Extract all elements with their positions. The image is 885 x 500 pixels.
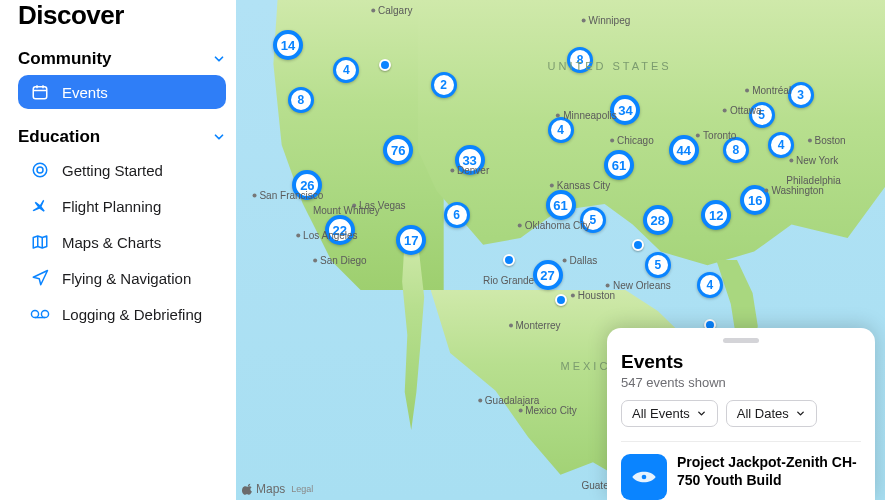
nav-item-getting-started[interactable]: Getting Started [18,153,226,187]
panel-title: Events [621,351,861,373]
map-cluster[interactable]: 28 [643,205,673,235]
map-area[interactable]: 1448283447633446184532622176615281216527… [236,0,885,500]
map-cluster[interactable]: 4 [697,272,723,298]
map-attribution: Maps Legal [242,482,313,496]
chevron-down-icon [212,52,226,66]
map-event-pin[interactable] [555,294,567,306]
map-city-label: New Orleans [606,280,671,291]
map-cluster[interactable]: 22 [325,215,355,245]
nav-label: Logging & Debriefing [62,306,202,323]
nav-arrow-icon [30,268,50,288]
map-cluster[interactable]: 16 [740,185,770,215]
airplane-icon [30,196,50,216]
svg-point-10 [31,310,38,317]
panel-subtitle: 547 events shown [621,375,861,390]
event-title: Project Jackpot-Zenith CH-750 Youth Buil… [677,454,861,489]
page-title: Discover [18,0,226,31]
svg-marker-6 [33,236,47,248]
map-fold-icon [30,232,50,252]
chevron-down-icon [795,408,806,419]
map-event-pin[interactable] [503,254,515,266]
map-event-pin[interactable] [379,59,391,71]
map-cluster[interactable]: 5 [645,252,671,278]
calendar-icon [30,82,50,102]
map-cluster[interactable]: 76 [383,135,413,165]
map-cluster[interactable]: 8 [723,137,749,163]
chip-label: All Dates [737,406,789,421]
map-event-pin[interactable] [632,239,644,251]
map-cluster[interactable]: 5 [580,207,606,233]
map-cluster[interactable]: 4 [333,57,359,83]
map-cluster[interactable]: 4 [768,132,794,158]
map-cluster[interactable]: 2 [431,72,457,98]
svg-rect-0 [33,87,47,99]
map-legal-link[interactable]: Legal [291,484,313,494]
section-label: Community [18,49,112,69]
map-cluster[interactable]: 8 [567,47,593,73]
nav-list-education: Getting Started Flight Planning Maps & C… [18,153,226,331]
chip-label: All Events [632,406,690,421]
section-label: Education [18,127,100,147]
map-cluster[interactable]: 61 [546,190,576,220]
nav-item-events[interactable]: Events [18,75,226,109]
nav-label: Events [62,84,108,101]
sidebar: Discover Community Events Education [0,0,236,500]
map-cluster[interactable]: 8 [288,87,314,113]
nav-label: Maps & Charts [62,234,161,251]
nav-item-logging-debriefing[interactable]: Logging & Debriefing [18,297,226,331]
svg-marker-9 [33,271,47,285]
panel-filters: All Events All Dates [621,400,861,427]
map-cluster[interactable]: 27 [533,260,563,290]
nav-label: Flying & Navigation [62,270,191,287]
svg-point-13 [642,475,647,480]
map-cluster[interactable]: 61 [604,150,634,180]
apple-icon [242,483,254,495]
map-cluster[interactable]: 6 [444,202,470,228]
map-cluster[interactable]: 12 [701,200,731,230]
map-city-label: Dallas [563,255,598,266]
svg-point-5 [37,167,43,173]
svg-point-11 [41,310,48,317]
filter-event-type[interactable]: All Events [621,400,718,427]
map-cluster[interactable]: 17 [396,225,426,255]
nav-list-community: Events [18,75,226,109]
nav-item-flying-navigation[interactable]: Flying & Navigation [18,261,226,295]
map-city-label: Rio Grande [483,275,534,286]
map-cluster[interactable]: 5 [749,102,775,128]
map-cluster[interactable]: 34 [610,95,640,125]
nav-item-flight-planning[interactable]: Flight Planning [18,189,226,223]
events-panel[interactable]: Events 547 events shown All Events All D… [607,328,875,500]
svg-point-4 [33,163,47,177]
event-card[interactable]: Project Jackpot-Zenith CH-750 Youth Buil… [621,441,861,500]
filter-dates[interactable]: All Dates [726,400,817,427]
reel-icon [30,304,50,324]
nav-item-maps-charts[interactable]: Maps & Charts [18,225,226,259]
chevron-down-icon [212,130,226,144]
nav-label: Flight Planning [62,198,161,215]
section-header-community[interactable]: Community [18,49,226,69]
section-header-education[interactable]: Education [18,127,226,147]
map-cluster[interactable]: 26 [292,170,322,200]
map-cluster[interactable]: 14 [273,30,303,60]
bullseye-icon [30,160,50,180]
chevron-down-icon [696,408,707,419]
map-cluster[interactable]: 33 [455,145,485,175]
map-land [418,0,885,340]
nav-label: Getting Started [62,162,163,179]
map-cluster[interactable]: 3 [788,82,814,108]
map-cluster[interactable]: 4 [548,117,574,143]
drag-handle[interactable] [723,338,759,343]
event-thumbnail [621,454,667,500]
map-cluster[interactable]: 44 [669,135,699,165]
